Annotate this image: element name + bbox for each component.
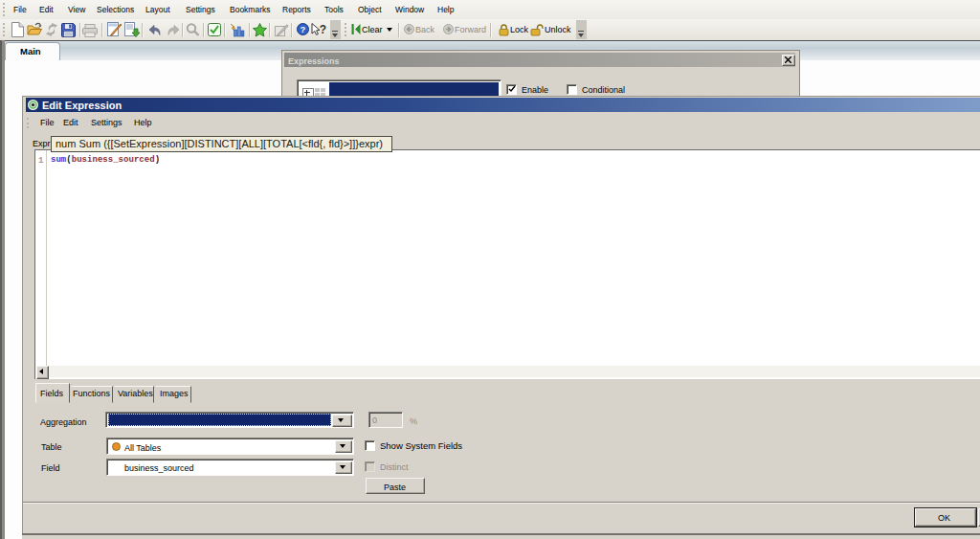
svg-text:?: ? xyxy=(320,23,326,36)
svg-text:?: ? xyxy=(301,24,306,34)
